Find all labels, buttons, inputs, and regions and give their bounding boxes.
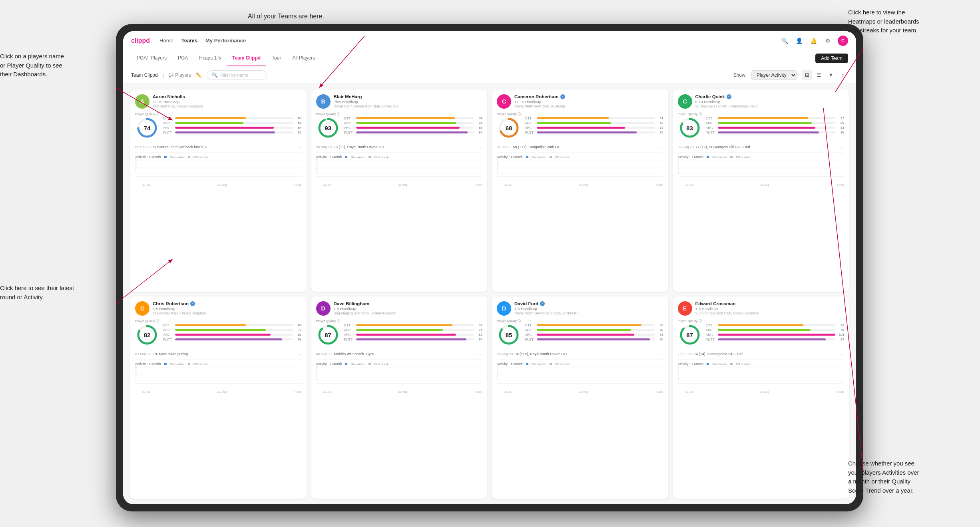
quality-ring-6[interactable]: 85 bbox=[498, 324, 520, 346]
recent-round-6[interactable]: 26 Aug 2384 (+12), Royal North Devon GC→ bbox=[497, 349, 663, 356]
recent-round-5[interactable]: 04 Sep 23Mobility with coach, Gym→ bbox=[316, 349, 483, 356]
round-arrow[interactable]: → bbox=[478, 145, 482, 149]
metric-label: ARG bbox=[344, 333, 355, 337]
toolbar: Team Clippd | 14 Players ✏️ 🔍 Filter by … bbox=[123, 66, 856, 84]
player-card-1[interactable]: BBlair McHargPlus HandicapRoyal North De… bbox=[311, 89, 488, 292]
edit-icon[interactable]: ✏️ bbox=[196, 72, 202, 78]
round-arrow[interactable]: → bbox=[659, 352, 663, 356]
list-view-button[interactable]: ☰ bbox=[814, 70, 824, 80]
tab-hcaps[interactable]: Hcaps 1-5 bbox=[193, 50, 227, 66]
search-icon[interactable]: 🔍 bbox=[780, 36, 789, 45]
player-club-7: Sunningdale Golf Club, United Kingdom bbox=[695, 311, 845, 315]
recent-date: 04 Sep 23 bbox=[316, 352, 333, 356]
tab-tour[interactable]: Tour bbox=[266, 50, 287, 66]
metric-bar-track bbox=[175, 338, 293, 340]
player-card-4[interactable]: CChris Robertson✓1-5 HandicapCraigmillar… bbox=[130, 296, 307, 499]
round-arrow[interactable]: → bbox=[298, 145, 302, 149]
player-name-1[interactable]: Blair McHarg bbox=[334, 94, 483, 99]
metric-bar-fill bbox=[356, 131, 468, 133]
player-name-7[interactable]: Edward Crossman bbox=[695, 301, 845, 306]
metric-bar-track bbox=[537, 127, 654, 129]
search-box[interactable]: 🔍 Filter by name bbox=[207, 70, 267, 80]
settings-icon[interactable]: ⚙ bbox=[823, 36, 832, 45]
player-name-0[interactable]: Aaron Nicholls bbox=[153, 94, 302, 99]
x-label: 21 Aug bbox=[217, 183, 227, 187]
metric-bar-fill bbox=[718, 338, 826, 340]
player-name-2[interactable]: Cameron Robertson✓ bbox=[514, 94, 663, 99]
round-arrow[interactable]: → bbox=[840, 145, 844, 149]
filter-button[interactable]: ▼ bbox=[826, 70, 836, 80]
round-arrow[interactable]: → bbox=[659, 145, 663, 149]
add-team-button[interactable]: Add Team bbox=[815, 54, 848, 63]
tab-pga[interactable]: PGA bbox=[172, 50, 193, 66]
metric-label: PUTT bbox=[525, 131, 535, 135]
player-card-7[interactable]: EEdward Crossman1-5 HandicapSunningdale … bbox=[673, 296, 849, 499]
person-icon[interactable]: 👤 bbox=[795, 36, 803, 45]
metric-value: 77 bbox=[295, 328, 302, 332]
metric-value: 85 bbox=[475, 333, 482, 336]
player-name-4[interactable]: Chris Robertson✓ bbox=[153, 301, 302, 306]
avatar-2: C bbox=[497, 94, 511, 109]
on-course-label: On course bbox=[712, 155, 727, 159]
round-arrow[interactable]: → bbox=[840, 352, 844, 356]
recent-round-3[interactable]: 07 Aug 2377 (+7), St George's Hill GC - … bbox=[678, 142, 845, 149]
metric-value: 103 bbox=[837, 333, 844, 336]
round-arrow[interactable]: → bbox=[478, 352, 482, 356]
recent-round-2[interactable]: 02 Jul 2359 (+17), Craigmillar Park GC→ bbox=[497, 142, 663, 149]
recent-round-0[interactable]: 02 Sep 23Sunset round to get back into i… bbox=[135, 142, 302, 149]
grid-label: 5 bbox=[316, 366, 318, 368]
nav-links: Home Teams My Performance bbox=[159, 36, 780, 45]
player-name-3[interactable]: Charlie Quick✓ bbox=[695, 94, 845, 99]
x-label: 31 Jul bbox=[142, 390, 150, 394]
activity-title: Activity · 1 Month bbox=[497, 362, 523, 366]
recent-round-4[interactable]: 03 Mar 2319, Must make putting→ bbox=[135, 349, 302, 356]
metric-bar-fill bbox=[356, 338, 467, 340]
round-arrow[interactable]: → bbox=[298, 352, 302, 356]
avatar-7: E bbox=[678, 301, 692, 316]
recent-round-1[interactable]: 26 Aug 2373 (+1), Royal North Devon GC→ bbox=[316, 142, 483, 149]
tablet-frame: clippd Home Teams My Performance 🔍 👤 🔔 ⚙… bbox=[116, 24, 863, 511]
quality-bars-6: OTT89APP80ARG83PUTT96 bbox=[525, 323, 663, 342]
quality-ring-1[interactable]: 93 bbox=[317, 117, 339, 139]
player-name-5[interactable]: Dave Billingham bbox=[334, 301, 483, 306]
quality-ring-3[interactable]: 83 bbox=[679, 117, 701, 139]
show-select[interactable]: Player Activity bbox=[751, 70, 797, 80]
player-name-6[interactable]: David Ford✓ bbox=[514, 301, 663, 306]
bell-icon[interactable]: 🔔 bbox=[809, 36, 818, 45]
recent-round-7[interactable]: 18 Jul 2374 (+4), Sunningdale GC - Old→ bbox=[678, 349, 845, 356]
player-info-6: David Ford✓1-5 HandicapRoyal North Devon… bbox=[514, 301, 663, 315]
grid-label: 4 bbox=[497, 162, 498, 165]
metric-label: ARG bbox=[525, 126, 535, 130]
player-card-3[interactable]: CCharlie Quick✓6-10 HandicapSt. George's… bbox=[673, 89, 849, 292]
tablet-screen: clippd Home Teams My Performance 🔍 👤 🔔 ⚙… bbox=[123, 31, 856, 504]
activity-section-1: Activity · 1 Month On course Off course … bbox=[316, 152, 483, 187]
player-card-2[interactable]: CCameron Robertson✓11-15 HandicapRoyal P… bbox=[492, 89, 668, 292]
metric-row-PUTT: PUTT85 bbox=[163, 131, 301, 135]
x-label: 21 Aug bbox=[217, 390, 227, 394]
grid-view-button[interactable]: ⊞ bbox=[802, 70, 812, 80]
quality-ring-5[interactable]: 87 bbox=[317, 324, 339, 346]
metric-row-OTT: OTT60 bbox=[163, 323, 301, 327]
quality-ring-2[interactable]: 68 bbox=[498, 117, 520, 139]
quality-ring-7[interactable]: 87 bbox=[679, 324, 701, 346]
logo[interactable]: clippd bbox=[131, 37, 150, 44]
quality-ring-4[interactable]: 82 bbox=[136, 324, 158, 346]
team-label: Team Clippd bbox=[131, 72, 158, 78]
metric-label: APP bbox=[706, 121, 716, 125]
quality-label-container: Player Quality ⓘ 82 bbox=[135, 319, 159, 346]
tab-pgat-players[interactable]: PGAT Players bbox=[131, 50, 172, 66]
nav-teams[interactable]: Teams bbox=[181, 36, 197, 45]
tab-all-players[interactable]: All Players bbox=[287, 50, 321, 66]
player-info-5: Dave Billingham1-5 HandicapSog Maging Go… bbox=[334, 301, 483, 315]
avatar[interactable]: C bbox=[838, 36, 848, 46]
player-card-5[interactable]: DDave Billingham1-5 HandicapSog Maging G… bbox=[311, 296, 488, 499]
nav-home[interactable]: Home bbox=[159, 36, 173, 45]
player-card-6[interactable]: DDavid Ford✓1-5 HandicapRoyal North Devo… bbox=[492, 296, 668, 499]
sort-button[interactable]: ↕ bbox=[838, 70, 848, 80]
quality-ring-0[interactable]: 74 bbox=[136, 117, 158, 139]
tab-team-clippd[interactable]: Team Clippd bbox=[227, 50, 266, 66]
nav-my-performance[interactable]: My Performance bbox=[205, 36, 246, 45]
activity-title: Activity · 1 Month bbox=[135, 362, 161, 366]
player-card-0[interactable]: AAaron Nicholls11-15 HandicapDrift Golf … bbox=[130, 89, 307, 292]
metric-bar-fill bbox=[175, 334, 271, 336]
